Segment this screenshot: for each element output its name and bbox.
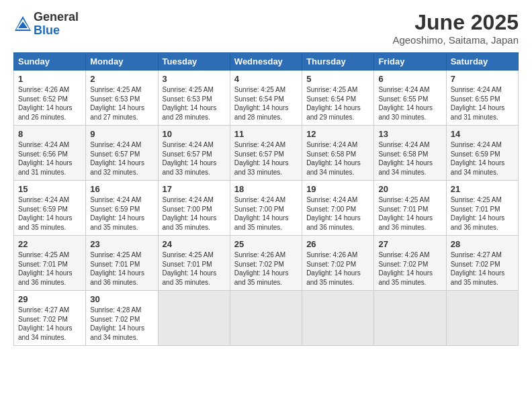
day-info: Sunrise: 4:24 AMSunset: 6:55 PMDaylight:… <box>451 85 514 122</box>
calendar-week-1: 1Sunrise: 4:26 AMSunset: 6:52 PMDaylight… <box>14 71 519 126</box>
calendar-cell <box>446 291 518 346</box>
day-info: Sunrise: 4:24 AMSunset: 6:57 PMDaylight:… <box>234 140 298 177</box>
calendar-cell: 25Sunrise: 4:26 AMSunset: 7:02 PMDayligh… <box>230 236 302 291</box>
day-info: Sunrise: 4:26 AMSunset: 7:02 PMDaylight:… <box>234 250 298 287</box>
calendar-cell: 24Sunrise: 4:25 AMSunset: 7:01 PMDayligh… <box>158 236 230 291</box>
calendar-cell: 8Sunrise: 4:24 AMSunset: 6:56 PMDaylight… <box>14 126 86 181</box>
day-info: Sunrise: 4:24 AMSunset: 6:56 PMDaylight:… <box>18 140 81 177</box>
calendar-cell: 16Sunrise: 4:24 AMSunset: 6:59 PMDayligh… <box>86 181 158 236</box>
day-info: Sunrise: 4:25 AMSunset: 7:01 PMDaylight:… <box>378 195 441 232</box>
calendar-cell: 4Sunrise: 4:25 AMSunset: 6:54 PMDaylight… <box>230 71 302 126</box>
day-info: Sunrise: 4:28 AMSunset: 7:02 PMDaylight:… <box>90 306 153 342</box>
day-number: 11 <box>234 129 298 139</box>
calendar-cell: 21Sunrise: 4:25 AMSunset: 7:01 PMDayligh… <box>446 181 518 236</box>
logo: General Blue <box>13 11 79 38</box>
logo-general-text: General <box>34 11 79 24</box>
header: General Blue June 2025 Ageoshimo, Saitam… <box>13 11 519 46</box>
calendar-subtitle: Ageoshimo, Saitama, Japan <box>392 34 519 46</box>
day-number: 22 <box>18 239 81 249</box>
logo-icon <box>13 15 32 34</box>
day-number: 8 <box>18 129 81 139</box>
calendar-cell: 26Sunrise: 4:26 AMSunset: 7:02 PMDayligh… <box>302 236 374 291</box>
day-info: Sunrise: 4:24 AMSunset: 6:57 PMDaylight:… <box>163 140 226 177</box>
calendar-cell: 12Sunrise: 4:24 AMSunset: 6:58 PMDayligh… <box>302 126 374 181</box>
day-number: 17 <box>163 184 226 194</box>
day-number: 14 <box>451 129 514 139</box>
day-info: Sunrise: 4:24 AMSunset: 6:57 PMDaylight:… <box>90 140 153 177</box>
calendar-cell: 7Sunrise: 4:24 AMSunset: 6:55 PMDaylight… <box>446 71 518 126</box>
calendar-cell: 18Sunrise: 4:24 AMSunset: 7:00 PMDayligh… <box>230 181 302 236</box>
day-info: Sunrise: 4:25 AMSunset: 7:01 PMDaylight:… <box>90 250 153 287</box>
day-info: Sunrise: 4:24 AMSunset: 6:59 PMDaylight:… <box>18 195 81 232</box>
day-number: 30 <box>90 294 153 304</box>
calendar-cell: 23Sunrise: 4:25 AMSunset: 7:01 PMDayligh… <box>86 236 158 291</box>
calendar-cell <box>230 291 302 346</box>
calendar-cell: 9Sunrise: 4:24 AMSunset: 6:57 PMDaylight… <box>86 126 158 181</box>
calendar-header-row: Sunday Monday Tuesday Wednesday Thursday… <box>14 53 519 71</box>
col-friday: Friday <box>374 53 446 71</box>
day-number: 23 <box>90 239 153 249</box>
day-number: 10 <box>163 129 226 139</box>
day-info: Sunrise: 4:26 AMSunset: 7:02 PMDaylight:… <box>378 250 441 287</box>
day-number: 12 <box>306 129 369 139</box>
calendar-cell: 19Sunrise: 4:24 AMSunset: 7:00 PMDayligh… <box>302 181 374 236</box>
calendar-cell: 1Sunrise: 4:26 AMSunset: 6:52 PMDaylight… <box>14 71 86 126</box>
calendar-cell: 10Sunrise: 4:24 AMSunset: 6:57 PMDayligh… <box>158 126 230 181</box>
calendar-cell: 30Sunrise: 4:28 AMSunset: 7:02 PMDayligh… <box>86 291 158 346</box>
day-number: 21 <box>451 184 514 194</box>
day-info: Sunrise: 4:26 AMSunset: 7:02 PMDaylight:… <box>306 250 369 287</box>
day-info: Sunrise: 4:25 AMSunset: 6:54 PMDaylight:… <box>306 85 369 122</box>
col-tuesday: Tuesday <box>158 53 230 71</box>
logo-blue-text: Blue <box>34 24 79 38</box>
calendar-cell: 6Sunrise: 4:24 AMSunset: 6:55 PMDaylight… <box>374 71 446 126</box>
day-number: 3 <box>163 74 226 84</box>
col-saturday: Saturday <box>446 53 518 71</box>
day-number: 7 <box>451 74 514 84</box>
day-number: 15 <box>18 184 81 194</box>
day-number: 4 <box>234 74 298 84</box>
day-number: 29 <box>18 294 81 304</box>
day-number: 28 <box>451 239 514 249</box>
day-info: Sunrise: 4:24 AMSunset: 6:58 PMDaylight:… <box>378 140 441 177</box>
day-info: Sunrise: 4:24 AMSunset: 7:00 PMDaylight:… <box>234 195 298 232</box>
calendar-title: June 2025 <box>392 11 519 34</box>
col-wednesday: Wednesday <box>230 53 302 71</box>
col-thursday: Thursday <box>302 53 374 71</box>
day-number: 27 <box>378 239 441 249</box>
day-info: Sunrise: 4:24 AMSunset: 6:59 PMDaylight:… <box>90 195 153 232</box>
calendar-cell: 14Sunrise: 4:24 AMSunset: 6:59 PMDayligh… <box>446 126 518 181</box>
day-number: 24 <box>163 239 226 249</box>
calendar-week-5: 29Sunrise: 4:27 AMSunset: 7:02 PMDayligh… <box>14 291 519 346</box>
day-info: Sunrise: 4:25 AMSunset: 6:54 PMDaylight:… <box>234 85 298 122</box>
calendar-cell: 3Sunrise: 4:25 AMSunset: 6:53 PMDaylight… <box>158 71 230 126</box>
col-sunday: Sunday <box>14 53 86 71</box>
calendar-cell: 20Sunrise: 4:25 AMSunset: 7:01 PMDayligh… <box>374 181 446 236</box>
calendar-cell: 15Sunrise: 4:24 AMSunset: 6:59 PMDayligh… <box>14 181 86 236</box>
calendar-cell: 5Sunrise: 4:25 AMSunset: 6:54 PMDaylight… <box>302 71 374 126</box>
col-monday: Monday <box>86 53 158 71</box>
day-info: Sunrise: 4:26 AMSunset: 6:52 PMDaylight:… <box>18 85 81 122</box>
calendar-cell: 17Sunrise: 4:24 AMSunset: 7:00 PMDayligh… <box>158 181 230 236</box>
day-number: 19 <box>306 184 369 194</box>
day-info: Sunrise: 4:27 AMSunset: 7:02 PMDaylight:… <box>18 306 81 342</box>
calendar-week-3: 15Sunrise: 4:24 AMSunset: 6:59 PMDayligh… <box>14 181 519 236</box>
day-info: Sunrise: 4:24 AMSunset: 7:00 PMDaylight:… <box>306 195 369 232</box>
calendar-cell: 11Sunrise: 4:24 AMSunset: 6:57 PMDayligh… <box>230 126 302 181</box>
day-number: 16 <box>90 184 153 194</box>
calendar-cell: 27Sunrise: 4:26 AMSunset: 7:02 PMDayligh… <box>374 236 446 291</box>
title-block: June 2025 Ageoshimo, Saitama, Japan <box>392 11 519 46</box>
day-info: Sunrise: 4:25 AMSunset: 6:53 PMDaylight:… <box>163 85 226 122</box>
day-number: 25 <box>234 239 298 249</box>
logo-text: General Blue <box>34 11 79 38</box>
calendar-cell: 2Sunrise: 4:25 AMSunset: 6:53 PMDaylight… <box>86 71 158 126</box>
calendar-cell: 29Sunrise: 4:27 AMSunset: 7:02 PMDayligh… <box>14 291 86 346</box>
calendar-cell <box>302 291 374 346</box>
day-number: 9 <box>90 129 153 139</box>
day-info: Sunrise: 4:24 AMSunset: 7:00 PMDaylight:… <box>163 195 226 232</box>
calendar-cell <box>158 291 230 346</box>
day-info: Sunrise: 4:25 AMSunset: 7:01 PMDaylight:… <box>18 250 81 287</box>
calendar-week-2: 8Sunrise: 4:24 AMSunset: 6:56 PMDaylight… <box>14 126 519 181</box>
day-info: Sunrise: 4:25 AMSunset: 6:53 PMDaylight:… <box>90 85 153 122</box>
page: General Blue June 2025 Ageoshimo, Saitam… <box>0 0 532 411</box>
day-info: Sunrise: 4:24 AMSunset: 6:58 PMDaylight:… <box>306 140 369 177</box>
